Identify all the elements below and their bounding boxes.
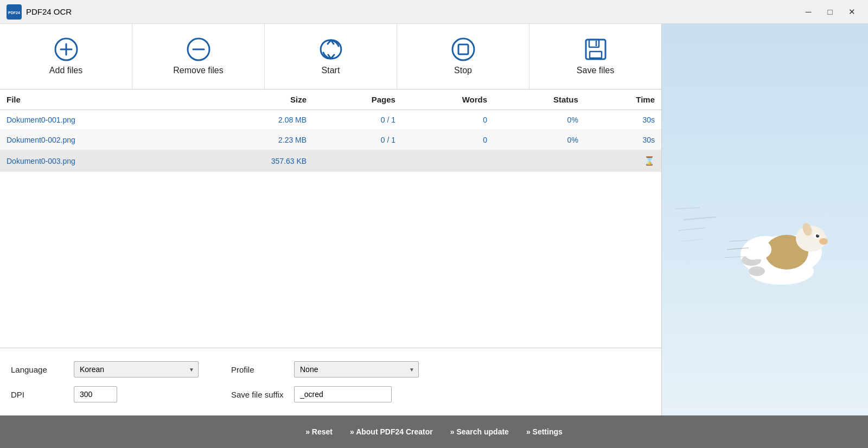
settings-link[interactable]: » Settings (526, 427, 563, 436)
stop-button[interactable]: Stop (397, 24, 529, 89)
maximize-button[interactable]: □ (820, 4, 840, 20)
language-select[interactable]: Korean English German French Spanish (74, 361, 199, 377)
app-logo: PDF24 (7, 4, 22, 20)
minimize-button[interactable]: ─ (799, 4, 818, 20)
stop-label: Stop (454, 66, 472, 75)
about-link[interactable]: » About PDF24 Creator (350, 427, 433, 436)
svg-point-24 (816, 234, 819, 238)
svg-rect-8 (458, 44, 468, 54)
dpi-label: DPI (11, 390, 65, 399)
table-row[interactable]: Dokument0-002.png2.23 MB0 / 100%30s (0, 130, 661, 150)
col-file: File (0, 89, 196, 110)
svg-point-26 (819, 238, 828, 245)
toolbar: Add files Remove files Start (0, 24, 661, 89)
svg-rect-11 (590, 52, 602, 58)
remove-files-button[interactable]: Remove files (132, 24, 265, 89)
settings-col-right: Profile None Standard High Quality Save … (231, 361, 419, 402)
cell-time: 30s (585, 110, 661, 130)
left-panel: Add files Remove files Start (0, 24, 662, 415)
table-header-row: File Size Pages Words Status Time (0, 89, 661, 110)
cell-size: 2.23 MB (196, 130, 313, 150)
svg-point-31 (744, 245, 762, 260)
suffix-label: Save file suffix (231, 390, 285, 399)
save-files-button[interactable]: Save files (529, 24, 661, 89)
main-layout: Add files Remove files Start (0, 24, 868, 415)
stop-icon (451, 37, 475, 61)
cell-pages: 0 / 1 (313, 110, 402, 130)
cell-processing-icon: ⌛ (313, 150, 661, 172)
svg-line-15 (675, 208, 700, 209)
file-table-container: File Size Pages Words Status Time Dokume… (0, 89, 661, 348)
table-row[interactable]: Dokument0-001.png2.08 MB0 / 100%30s (0, 110, 661, 130)
suffix-input[interactable] (294, 386, 392, 402)
cell-words: 0 (402, 110, 494, 130)
profile-label: Profile (231, 365, 285, 374)
window-controls: ─ □ ✕ (799, 4, 861, 20)
add-files-label: Add files (49, 66, 82, 75)
dpi-field: DPI (11, 386, 199, 402)
svg-line-34 (730, 240, 748, 241)
cell-status: 0% (494, 110, 585, 130)
add-files-button[interactable]: Add files (0, 24, 132, 89)
save-files-label: Save files (577, 66, 614, 75)
svg-text:PDF24: PDF24 (8, 11, 20, 15)
svg-line-14 (678, 228, 705, 231)
close-button[interactable]: ✕ (842, 4, 861, 20)
add-files-icon (54, 37, 78, 61)
title-bar: PDF24 PDF24 OCR ─ □ ✕ (0, 0, 868, 24)
table-row[interactable]: Dokument0-003.png357.63 KB⌛ (0, 150, 661, 172)
cell-status: 0% (494, 130, 585, 150)
col-time: Time (585, 89, 661, 110)
cell-size: 2.08 MB (196, 110, 313, 130)
col-pages: Pages (313, 89, 402, 110)
cell-file: Dokument0-002.png (0, 130, 196, 150)
profile-field: Profile None Standard High Quality (231, 361, 419, 377)
cell-size: 357.63 KB (196, 150, 313, 172)
language-field: Language Korean English German French Sp… (11, 361, 199, 377)
svg-line-16 (681, 239, 703, 241)
profile-select[interactable]: None Standard High Quality (294, 361, 419, 377)
start-icon (319, 37, 343, 61)
suffix-field: Save file suffix (231, 386, 419, 402)
file-table: File Size Pages Words Status Time Dokume… (0, 89, 661, 172)
col-words: Words (402, 89, 494, 110)
cell-file: Dokument0-003.png (0, 150, 196, 172)
profile-select-wrapper: None Standard High Quality (294, 361, 419, 377)
settings-area: Language Korean English German French Sp… (0, 348, 661, 415)
settings-col-left: Language Korean English German French Sp… (11, 361, 199, 402)
col-status: Status (494, 89, 585, 110)
settings-group: Language Korean English German French Sp… (11, 361, 650, 402)
cell-words: 0 (402, 130, 494, 150)
remove-files-icon (187, 37, 210, 61)
save-files-icon (584, 37, 608, 61)
app-title: PDF24 OCR (26, 7, 799, 16)
svg-point-25 (818, 234, 819, 235)
svg-point-7 (452, 39, 474, 60)
svg-rect-10 (589, 40, 599, 47)
cell-pages: 0 / 1 (313, 130, 402, 150)
cell-file: Dokument0-001.png (0, 110, 196, 130)
illustration (673, 111, 857, 328)
svg-point-29 (749, 266, 765, 276)
language-label: Language (11, 365, 65, 374)
remove-files-label: Remove files (173, 66, 223, 75)
footer: » Reset » About PDF24 Creator » Search u… (0, 415, 868, 448)
language-select-wrapper: Korean English German French Spanish (74, 361, 199, 377)
dpi-input[interactable] (74, 386, 117, 402)
right-panel (662, 24, 868, 415)
reset-link[interactable]: » Reset (305, 427, 333, 436)
svg-line-13 (684, 217, 716, 220)
cell-time: 30s (585, 130, 661, 150)
col-size: Size (196, 89, 313, 110)
start-button[interactable]: Start (265, 24, 397, 89)
search-update-link[interactable]: » Search update (450, 427, 509, 436)
start-label: Start (322, 66, 340, 75)
